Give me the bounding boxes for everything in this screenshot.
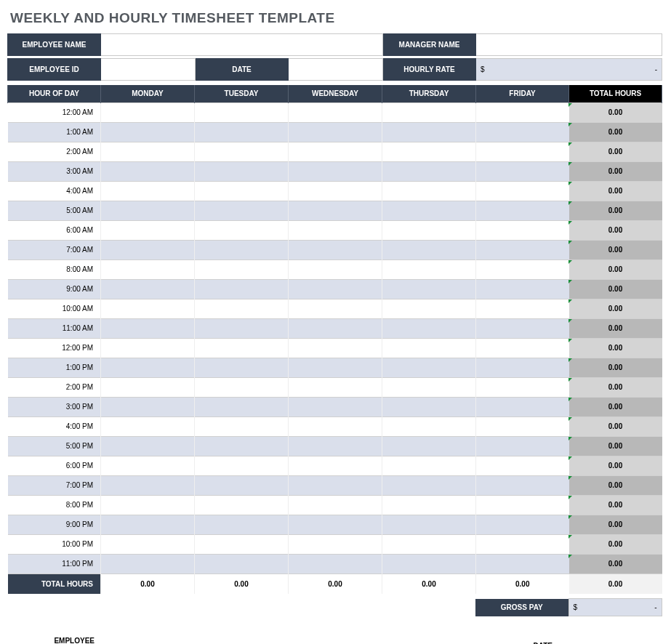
hour-cell[interactable] [101, 240, 195, 259]
hour-cell[interactable] [476, 142, 569, 161]
hour-cell[interactable] [382, 338, 476, 358]
hour-cell[interactable] [382, 220, 476, 240]
hour-cell[interactable] [195, 397, 289, 416]
hour-cell[interactable] [476, 358, 569, 377]
hour-cell[interactable] [195, 456, 289, 475]
hour-cell[interactable] [101, 338, 195, 358]
hour-cell[interactable] [101, 201, 195, 220]
hour-cell[interactable] [289, 181, 382, 201]
hour-cell[interactable] [289, 220, 382, 240]
hour-cell[interactable] [289, 201, 382, 220]
hour-cell[interactable] [289, 259, 382, 279]
hour-cell[interactable] [382, 240, 476, 259]
hour-cell[interactable] [195, 102, 289, 122]
hour-cell[interactable] [382, 397, 476, 416]
hour-cell[interactable] [382, 161, 476, 181]
hour-cell[interactable] [195, 554, 289, 573]
hour-cell[interactable] [101, 436, 195, 456]
hour-cell[interactable] [195, 475, 289, 495]
hour-cell[interactable] [289, 161, 382, 181]
hour-cell[interactable] [101, 554, 195, 573]
hour-cell[interactable] [195, 142, 289, 161]
hour-cell[interactable] [382, 416, 476, 436]
hour-cell[interactable] [382, 299, 476, 318]
hour-cell[interactable] [101, 161, 195, 181]
hour-cell[interactable] [101, 318, 195, 338]
manager-name-input[interactable] [476, 34, 662, 56]
hour-cell[interactable] [195, 220, 289, 240]
hour-cell[interactable] [476, 416, 569, 436]
hour-cell[interactable] [289, 377, 382, 397]
hour-cell[interactable] [289, 318, 382, 338]
hour-cell[interactable] [382, 122, 476, 142]
hour-cell[interactable] [289, 554, 382, 573]
employee-name-input[interactable] [101, 34, 383, 56]
hour-cell[interactable] [195, 515, 289, 534]
hour-cell[interactable] [382, 279, 476, 299]
hour-cell[interactable] [476, 279, 569, 299]
hour-cell[interactable] [289, 534, 382, 554]
hour-cell[interactable] [476, 299, 569, 318]
hour-cell[interactable] [289, 299, 382, 318]
hour-cell[interactable] [101, 397, 195, 416]
hour-cell[interactable] [382, 201, 476, 220]
hour-cell[interactable] [289, 515, 382, 534]
hour-cell[interactable] [476, 201, 569, 220]
hour-cell[interactable] [101, 358, 195, 377]
hour-cell[interactable] [382, 515, 476, 534]
hour-cell[interactable] [476, 102, 569, 122]
hour-cell[interactable] [195, 181, 289, 201]
hourly-rate-input[interactable]: $ - [476, 59, 662, 81]
hour-cell[interactable] [476, 259, 569, 279]
hour-cell[interactable] [289, 475, 382, 495]
hour-cell[interactable] [101, 259, 195, 279]
hour-cell[interactable] [382, 377, 476, 397]
hour-cell[interactable] [382, 142, 476, 161]
hour-cell[interactable] [195, 436, 289, 456]
hour-cell[interactable] [476, 181, 569, 201]
hour-cell[interactable] [476, 220, 569, 240]
hour-cell[interactable] [382, 102, 476, 122]
hour-cell[interactable] [101, 122, 195, 142]
hour-cell[interactable] [476, 397, 569, 416]
hour-cell[interactable] [382, 436, 476, 456]
hour-cell[interactable] [476, 240, 569, 259]
hour-cell[interactable] [195, 161, 289, 181]
hour-cell[interactable] [101, 456, 195, 475]
hour-cell[interactable] [476, 377, 569, 397]
hour-cell[interactable] [289, 358, 382, 377]
hour-cell[interactable] [195, 318, 289, 338]
hour-cell[interactable] [289, 240, 382, 259]
hour-cell[interactable] [382, 358, 476, 377]
hour-cell[interactable] [289, 456, 382, 475]
hour-cell[interactable] [101, 475, 195, 495]
hour-cell[interactable] [101, 515, 195, 534]
hour-cell[interactable] [476, 515, 569, 534]
hour-cell[interactable] [382, 456, 476, 475]
hour-cell[interactable] [195, 377, 289, 397]
hour-cell[interactable] [476, 122, 569, 142]
hour-cell[interactable] [195, 358, 289, 377]
hour-cell[interactable] [382, 181, 476, 201]
hour-cell[interactable] [289, 279, 382, 299]
hour-cell[interactable] [101, 181, 195, 201]
employee-date-line[interactable] [558, 632, 662, 644]
hour-cell[interactable] [195, 201, 289, 220]
hour-cell[interactable] [195, 299, 289, 318]
hour-cell[interactable] [195, 338, 289, 358]
hour-cell[interactable] [101, 299, 195, 318]
hour-cell[interactable] [382, 475, 476, 495]
hour-cell[interactable] [195, 259, 289, 279]
hour-cell[interactable] [195, 495, 289, 515]
hour-cell[interactable] [476, 456, 569, 475]
hour-cell[interactable] [101, 495, 195, 515]
hour-cell[interactable] [101, 142, 195, 161]
hour-cell[interactable] [195, 416, 289, 436]
hour-cell[interactable] [289, 397, 382, 416]
hour-cell[interactable] [289, 338, 382, 358]
hour-cell[interactable] [101, 534, 195, 554]
hour-cell[interactable] [476, 436, 569, 456]
hour-cell[interactable] [476, 534, 569, 554]
hour-cell[interactable] [289, 436, 382, 456]
hour-cell[interactable] [476, 554, 569, 573]
